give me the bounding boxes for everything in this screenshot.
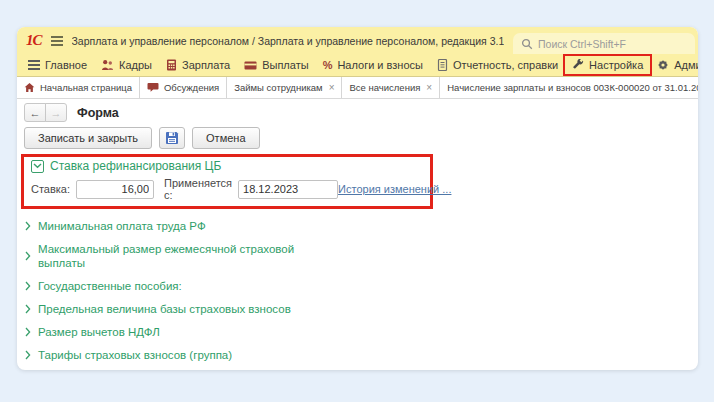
- menu-item-settings[interactable]: Настройка: [565, 54, 650, 76]
- close-icon[interactable]: ×: [426, 82, 432, 93]
- applies-from-date-input[interactable]: [238, 180, 338, 199]
- menu-label: Кадры: [119, 59, 152, 71]
- chevron-right-icon: [25, 304, 31, 314]
- group-label: Тарифы страховых взносов (группа): [38, 348, 232, 362]
- history-of-changes-link[interactable]: История изменений ...: [338, 183, 451, 195]
- menu-label: Главное: [45, 59, 87, 71]
- tab-employee-loans[interactable]: Займы сотрудникам ×: [227, 77, 342, 98]
- tab-label: Обсуждения: [164, 82, 219, 93]
- percent-icon: %: [323, 59, 333, 71]
- rate-input[interactable]: [76, 180, 154, 199]
- group-label: Минимальная оплата труда РФ: [38, 219, 206, 233]
- group-state-benefits[interactable]: Государственные пособия:: [25, 279, 698, 293]
- calculator-icon: [166, 59, 177, 71]
- group-label: Размер вычетов НДФЛ: [38, 325, 160, 339]
- menu-label: Настройка: [589, 59, 643, 71]
- refinance-group-title: Ставка рефинансирования ЦБ: [50, 159, 221, 173]
- tab-label: Все начисления: [349, 82, 420, 93]
- app-window: 1С Зарплата и управление персоналом / За…: [17, 27, 698, 370]
- chat-icon: [147, 82, 159, 93]
- save-button[interactable]: [159, 127, 185, 149]
- window-title: Зарплата и управление персоналом / Зарпл…: [72, 35, 504, 47]
- chevron-down-icon[interactable]: [31, 160, 44, 173]
- menu-label: Администрирова: [674, 59, 698, 71]
- form-content: ← → Форма Записать и закрыть Отмена: [17, 99, 698, 362]
- forward-arrow-icon[interactable]: →: [45, 103, 67, 122]
- collapsed-groups-list: Минимальная оплата труда РФ Максимальный…: [25, 219, 698, 362]
- menu-label: Зарплата: [182, 59, 230, 71]
- tab-label: Займы сотрудникам: [234, 82, 323, 93]
- wrench-icon: [572, 59, 584, 71]
- gear-icon: [657, 59, 669, 71]
- title-bar: 1С Зарплата и управление персоналом / За…: [17, 27, 698, 54]
- sections-menu: Главное Кадры Зарплата: [17, 54, 698, 77]
- menu-label: Налоги и взносы: [337, 59, 423, 71]
- chevron-right-icon: [25, 221, 31, 231]
- group-label: Предельная величина базы страховых взнос…: [38, 302, 291, 316]
- group-label: Государственные пособия:: [38, 279, 182, 293]
- payments-card-icon: [244, 60, 257, 71]
- menu-item-personnel[interactable]: Кадры: [94, 54, 159, 76]
- search-icon: [521, 38, 533, 50]
- menu-item-main[interactable]: Главное: [21, 54, 94, 76]
- main-menu-hamburger-icon[interactable]: [51, 36, 63, 46]
- refinance-group-header[interactable]: Ставка рефинансирования ЦБ: [31, 159, 423, 173]
- menu-item-administration[interactable]: Администрирова: [650, 54, 698, 76]
- tab-discussions[interactable]: Обсуждения: [140, 77, 227, 98]
- sections-list-icon: [28, 60, 40, 70]
- close-icon[interactable]: ×: [329, 82, 335, 93]
- group-contribution-base-limit[interactable]: Предельная величина базы страховых взнос…: [25, 302, 698, 316]
- menu-item-salary[interactable]: Зарплата: [159, 54, 237, 76]
- menu-label: Отчетность, справки: [453, 59, 558, 71]
- people-icon: [101, 59, 114, 71]
- group-label: Максимальный размер ежемесячной страхово…: [38, 242, 310, 270]
- global-search-input[interactable]: Поиск Ctrl+Shift+F: [513, 33, 695, 54]
- group-max-insurance-payment[interactable]: Максимальный размер ежемесячной страхово…: [25, 242, 698, 270]
- rate-label: Ставка:: [31, 183, 70, 195]
- chevron-right-icon: [25, 327, 31, 337]
- menu-item-payments[interactable]: Выплаты: [237, 54, 315, 76]
- floppy-icon: [165, 131, 179, 145]
- annotation-highlight-refinance: Ставка рефинансирования ЦБ Ставка: Приме…: [21, 154, 433, 209]
- menu-label: Выплаты: [262, 59, 308, 71]
- search-placeholder: Поиск Ctrl+Shift+F: [538, 38, 626, 50]
- page-title: Форма: [77, 106, 119, 120]
- back-arrow-icon[interactable]: ←: [24, 103, 46, 122]
- chevron-right-icon: [25, 350, 31, 360]
- cancel-button[interactable]: Отмена: [192, 127, 259, 149]
- refinance-fields-row: Ставка: Применяется с: История изменений…: [31, 177, 423, 201]
- group-insurance-tariffs[interactable]: Тарифы страховых взносов (группа): [25, 348, 698, 362]
- one-c-logo: 1С: [26, 32, 42, 49]
- group-minimum-wage[interactable]: Минимальная оплата труда РФ: [25, 219, 698, 233]
- menu-item-taxes[interactable]: % Налоги и взносы: [316, 54, 430, 76]
- menu-item-reports[interactable]: Отчетность, справки: [430, 54, 565, 76]
- tab-payroll-document[interactable]: Начисление зарплаты и взносов 003К-00002…: [440, 77, 698, 98]
- applies-from-label: Применяется с:: [164, 177, 232, 201]
- open-pages-tabbar: Начальная страница Обсуждения Займы сотр…: [17, 77, 698, 99]
- save-and-close-button[interactable]: Записать и закрыть: [24, 127, 152, 149]
- chevron-right-icon: [25, 251, 31, 261]
- group-ndfl-deductions[interactable]: Размер вычетов НДФЛ: [25, 325, 698, 339]
- report-document-icon: [437, 59, 448, 71]
- chevron-right-icon: [25, 281, 31, 291]
- tab-all-accruals[interactable]: Все начисления ×: [342, 77, 440, 98]
- tab-label: Начальная страница: [40, 82, 132, 93]
- tab-home[interactable]: Начальная страница: [17, 77, 140, 98]
- tab-label: Начисление зарплаты и взносов 003К-00002…: [447, 82, 698, 93]
- home-icon: [24, 82, 35, 93]
- form-toolbar: Записать и закрыть Отмена: [24, 127, 698, 149]
- form-nav-row: ← → Форма: [24, 103, 698, 122]
